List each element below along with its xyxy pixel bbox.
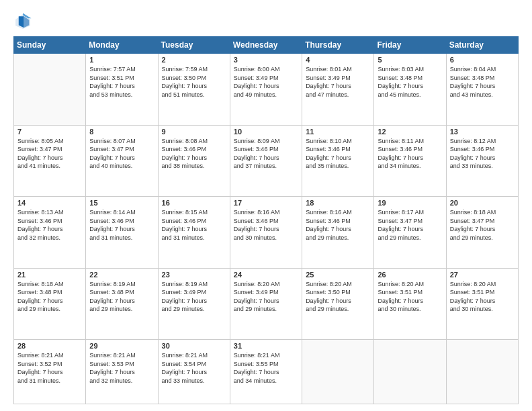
logo bbox=[13, 12, 35, 31]
day-info: Sunrise: 8:15 AM Sunset: 3:46 PM Dayligh… bbox=[162, 208, 226, 242]
day-info: Sunrise: 8:21 AM Sunset: 3:55 PM Dayligh… bbox=[234, 351, 298, 385]
day-number: 23 bbox=[162, 271, 226, 279]
calendar-cell: 12Sunrise: 8:11 AM Sunset: 3:46 PM Dayli… bbox=[374, 125, 446, 197]
calendar-cell: 17Sunrise: 8:16 AM Sunset: 3:46 PM Dayli… bbox=[230, 197, 302, 269]
day-info: Sunrise: 8:16 AM Sunset: 3:46 PM Dayligh… bbox=[306, 208, 370, 242]
weekday-header: Monday bbox=[86, 37, 158, 54]
calendar-cell: 16Sunrise: 8:15 AM Sunset: 3:46 PM Dayli… bbox=[158, 197, 230, 269]
day-number: 20 bbox=[450, 199, 515, 207]
day-info: Sunrise: 8:21 AM Sunset: 3:54 PM Dayligh… bbox=[162, 351, 226, 385]
calendar-cell: 21Sunrise: 8:18 AM Sunset: 3:48 PM Dayli… bbox=[14, 268, 86, 340]
calendar-cell: 28Sunrise: 8:21 AM Sunset: 3:52 PM Dayli… bbox=[14, 340, 86, 404]
day-number: 29 bbox=[89, 342, 154, 350]
day-number: 7 bbox=[17, 128, 82, 136]
day-number: 4 bbox=[306, 56, 370, 64]
day-info: Sunrise: 8:03 AM Sunset: 3:48 PM Dayligh… bbox=[378, 65, 442, 99]
weekday-header: Saturday bbox=[446, 37, 518, 54]
day-info: Sunrise: 8:07 AM Sunset: 3:47 PM Dayligh… bbox=[89, 137, 154, 171]
day-number: 5 bbox=[378, 56, 442, 64]
day-info: Sunrise: 8:18 AM Sunset: 3:48 PM Dayligh… bbox=[17, 280, 82, 314]
day-number: 28 bbox=[17, 342, 82, 350]
calendar-cell: 14Sunrise: 8:13 AM Sunset: 3:46 PM Dayli… bbox=[14, 197, 86, 269]
day-number: 17 bbox=[234, 199, 298, 207]
day-info: Sunrise: 8:21 AM Sunset: 3:52 PM Dayligh… bbox=[17, 351, 82, 385]
weekday-header: Wednesday bbox=[230, 37, 302, 54]
day-number: 22 bbox=[89, 271, 154, 279]
day-number: 2 bbox=[162, 56, 226, 64]
day-info: Sunrise: 8:20 AM Sunset: 3:51 PM Dayligh… bbox=[378, 280, 442, 314]
day-number: 12 bbox=[378, 128, 442, 136]
calendar-cell: 15Sunrise: 8:14 AM Sunset: 3:46 PM Dayli… bbox=[86, 197, 158, 269]
calendar-cell: 5Sunrise: 8:03 AM Sunset: 3:48 PM Daylig… bbox=[374, 54, 446, 126]
calendar-cell: 31Sunrise: 8:21 AM Sunset: 3:55 PM Dayli… bbox=[230, 340, 302, 404]
day-number: 1 bbox=[89, 56, 154, 64]
day-number: 14 bbox=[17, 199, 82, 207]
calendar-cell: 11Sunrise: 8:10 AM Sunset: 3:46 PM Dayli… bbox=[302, 125, 374, 197]
calendar-cell: 26Sunrise: 8:20 AM Sunset: 3:51 PM Dayli… bbox=[374, 268, 446, 340]
day-info: Sunrise: 8:14 AM Sunset: 3:46 PM Dayligh… bbox=[89, 208, 154, 242]
day-info: Sunrise: 8:21 AM Sunset: 3:53 PM Dayligh… bbox=[89, 351, 154, 385]
day-number: 6 bbox=[450, 56, 515, 64]
calendar-cell: 20Sunrise: 8:18 AM Sunset: 3:47 PM Dayli… bbox=[446, 197, 518, 269]
calendar-cell bbox=[302, 340, 374, 404]
calendar-cell: 22Sunrise: 8:19 AM Sunset: 3:48 PM Dayli… bbox=[86, 268, 158, 340]
calendar-cell: 3Sunrise: 8:00 AM Sunset: 3:49 PM Daylig… bbox=[230, 54, 302, 126]
calendar-cell: 30Sunrise: 8:21 AM Sunset: 3:54 PM Dayli… bbox=[158, 340, 230, 404]
calendar-cell: 23Sunrise: 8:19 AM Sunset: 3:49 PM Dayli… bbox=[158, 268, 230, 340]
day-number: 18 bbox=[306, 199, 370, 207]
calendar-cell bbox=[446, 340, 518, 404]
calendar-cell: 10Sunrise: 8:09 AM Sunset: 3:46 PM Dayli… bbox=[230, 125, 302, 197]
day-number: 21 bbox=[17, 271, 82, 279]
weekday-header: Friday bbox=[374, 37, 446, 54]
calendar-cell: 25Sunrise: 8:20 AM Sunset: 3:50 PM Dayli… bbox=[302, 268, 374, 340]
calendar-cell: 6Sunrise: 8:04 AM Sunset: 3:48 PM Daylig… bbox=[446, 54, 518, 126]
day-info: Sunrise: 8:20 AM Sunset: 3:51 PM Dayligh… bbox=[450, 280, 515, 314]
day-info: Sunrise: 8:20 AM Sunset: 3:49 PM Dayligh… bbox=[234, 280, 298, 314]
calendar-cell: 4Sunrise: 8:01 AM Sunset: 3:49 PM Daylig… bbox=[302, 54, 374, 126]
calendar-cell: 27Sunrise: 8:20 AM Sunset: 3:51 PM Dayli… bbox=[446, 268, 518, 340]
calendar-cell: 2Sunrise: 7:59 AM Sunset: 3:50 PM Daylig… bbox=[158, 54, 230, 126]
day-info: Sunrise: 7:59 AM Sunset: 3:50 PM Dayligh… bbox=[162, 65, 226, 99]
day-number: 16 bbox=[162, 199, 226, 207]
weekday-header: Tuesday bbox=[158, 37, 230, 54]
weekday-header: Sunday bbox=[14, 37, 86, 54]
day-info: Sunrise: 8:12 AM Sunset: 3:46 PM Dayligh… bbox=[450, 137, 515, 171]
day-number: 26 bbox=[378, 271, 442, 279]
day-info: Sunrise: 8:05 AM Sunset: 3:47 PM Dayligh… bbox=[17, 137, 82, 171]
day-number: 11 bbox=[306, 128, 370, 136]
day-info: Sunrise: 8:01 AM Sunset: 3:49 PM Dayligh… bbox=[306, 65, 370, 99]
day-number: 19 bbox=[378, 199, 442, 207]
day-info: Sunrise: 8:17 AM Sunset: 3:47 PM Dayligh… bbox=[378, 208, 442, 242]
day-number: 8 bbox=[89, 128, 154, 136]
day-number: 15 bbox=[89, 199, 154, 207]
day-info: Sunrise: 8:20 AM Sunset: 3:50 PM Dayligh… bbox=[306, 280, 370, 314]
calendar-cell: 9Sunrise: 8:08 AM Sunset: 3:46 PM Daylig… bbox=[158, 125, 230, 197]
day-number: 3 bbox=[234, 56, 298, 64]
day-info: Sunrise: 8:10 AM Sunset: 3:46 PM Dayligh… bbox=[306, 137, 370, 171]
calendar-table: SundayMondayTuesdayWednesdayThursdayFrid… bbox=[13, 36, 519, 404]
day-info: Sunrise: 8:09 AM Sunset: 3:46 PM Dayligh… bbox=[234, 137, 298, 171]
logo-icon bbox=[13, 12, 32, 31]
day-info: Sunrise: 8:13 AM Sunset: 3:46 PM Dayligh… bbox=[17, 208, 82, 242]
day-info: Sunrise: 8:08 AM Sunset: 3:46 PM Dayligh… bbox=[162, 137, 226, 171]
calendar-cell bbox=[374, 340, 446, 404]
day-number: 24 bbox=[234, 271, 298, 279]
calendar-cell: 29Sunrise: 8:21 AM Sunset: 3:53 PM Dayli… bbox=[86, 340, 158, 404]
day-number: 9 bbox=[162, 128, 226, 136]
day-info: Sunrise: 8:18 AM Sunset: 3:47 PM Dayligh… bbox=[450, 208, 515, 242]
day-info: Sunrise: 8:19 AM Sunset: 3:48 PM Dayligh… bbox=[89, 280, 154, 314]
calendar-cell: 1Sunrise: 7:57 AM Sunset: 3:51 PM Daylig… bbox=[86, 54, 158, 126]
day-number: 10 bbox=[234, 128, 298, 136]
weekday-header: Thursday bbox=[302, 37, 374, 54]
day-info: Sunrise: 8:00 AM Sunset: 3:49 PM Dayligh… bbox=[234, 65, 298, 99]
day-info: Sunrise: 8:16 AM Sunset: 3:46 PM Dayligh… bbox=[234, 208, 298, 242]
day-number: 27 bbox=[450, 271, 515, 279]
day-number: 25 bbox=[306, 271, 370, 279]
calendar-cell bbox=[14, 54, 86, 126]
page: SundayMondayTuesdayWednesdayThursdayFrid… bbox=[0, 0, 532, 411]
day-number: 13 bbox=[450, 128, 515, 136]
day-info: Sunrise: 8:11 AM Sunset: 3:46 PM Dayligh… bbox=[378, 137, 442, 171]
calendar-cell: 7Sunrise: 8:05 AM Sunset: 3:47 PM Daylig… bbox=[14, 125, 86, 197]
day-number: 31 bbox=[234, 342, 298, 350]
calendar-cell: 18Sunrise: 8:16 AM Sunset: 3:46 PM Dayli… bbox=[302, 197, 374, 269]
